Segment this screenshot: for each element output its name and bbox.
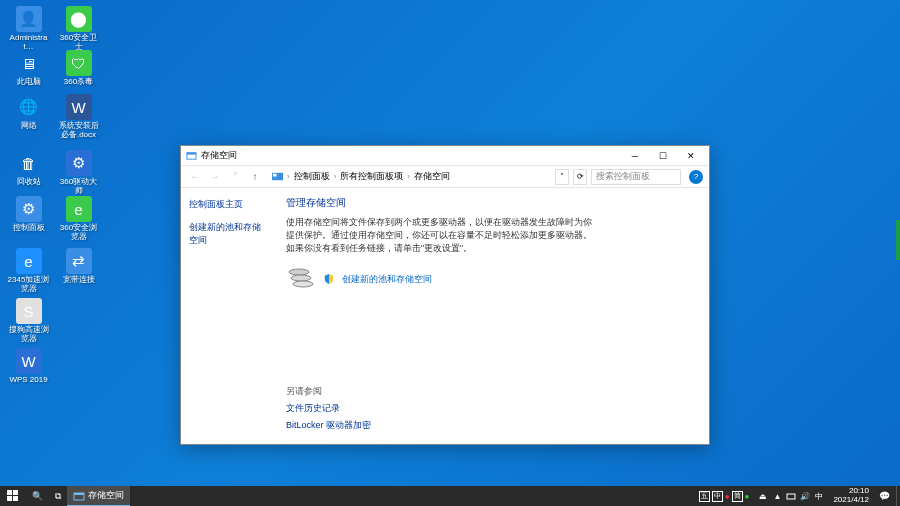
- page-description: 使用存储空间将文件保存到两个或更多驱动器，以便在驱动器发生故障时为你提供保护。通…: [286, 216, 596, 254]
- desktop-icon-glyph: ⇄: [66, 248, 92, 274]
- related-link-filehistory[interactable]: 文件历史记录: [286, 402, 371, 415]
- desktop-icon-glyph: ⚙: [66, 150, 92, 176]
- clock-date: 2021/4/12: [833, 496, 869, 505]
- side-accent-bar: [896, 220, 900, 260]
- tray-eject-icon[interactable]: ⏏: [757, 490, 769, 502]
- navbar: ← → ˅ ↑ › 控制面板 › 所有控制面板项 › 存储空间 ˅ ⟳ 搜索控制…: [181, 166, 709, 188]
- tray-overflow-icon[interactable]: ▲: [771, 490, 783, 502]
- desktop-icon[interactable]: ⚙控制面板: [6, 196, 51, 233]
- desktop-icon[interactable]: 🗑回收站: [6, 150, 51, 187]
- close-button[interactable]: ✕: [677, 147, 705, 165]
- taskbar-clock[interactable]: 20:10 2021/4/12: [829, 487, 873, 505]
- tray-network-icon[interactable]: [785, 490, 797, 502]
- desktop-icon[interactable]: 🛡360杀毒: [56, 50, 101, 87]
- svg-point-5: [291, 275, 311, 281]
- svg-point-6: [293, 281, 313, 287]
- maximize-button[interactable]: ☐: [649, 147, 677, 165]
- desktop-icon-glyph: 👤: [16, 6, 42, 32]
- window-title: 存储空间: [201, 149, 621, 162]
- tray-ime-icon[interactable]: 中: [813, 490, 825, 502]
- taskbar-app-storage[interactable]: 存储空间: [67, 486, 130, 506]
- desktop-icon[interactable]: 🌐网络: [6, 94, 51, 131]
- ime-box: 简: [732, 491, 743, 502]
- svg-rect-10: [13, 496, 18, 501]
- ime-box: 中: [712, 491, 723, 502]
- taskbar-app-label: 存储空间: [88, 489, 124, 502]
- desktop-icon[interactable]: e360安全浏览器: [56, 196, 101, 242]
- ime-dot: ●: [725, 492, 730, 501]
- desktop-icon[interactable]: ⇄宽带连接: [56, 248, 101, 285]
- svg-point-4: [289, 269, 309, 275]
- nav-recent-icon[interactable]: ˅: [227, 169, 243, 185]
- desktop-icon[interactable]: 👤Administrat…: [6, 6, 51, 52]
- minimize-button[interactable]: ─: [621, 147, 649, 165]
- sidepane: 控制面板主页 创建新的池和存储空间: [181, 188, 276, 444]
- tray-volume-icon[interactable]: 🔊: [799, 490, 811, 502]
- help-icon[interactable]: ?: [689, 170, 703, 184]
- desktop-icon-glyph: 🛡: [66, 50, 92, 76]
- app-icon: [73, 490, 85, 502]
- nav-back-icon[interactable]: ←: [187, 169, 203, 185]
- show-desktop-button[interactable]: [896, 486, 900, 506]
- sidebar-item-create[interactable]: 创建新的池和存储空间: [189, 221, 268, 247]
- taskview-icon: ⧉: [55, 491, 61, 502]
- chevron-right-icon: ›: [334, 172, 337, 181]
- svg-rect-3: [273, 174, 277, 177]
- create-pool-link[interactable]: 创建新的池和存储空间: [342, 273, 432, 286]
- sidebar-item-home[interactable]: 控制面板主页: [189, 198, 268, 211]
- desktop-icon[interactable]: e2345加速浏览器: [6, 248, 51, 294]
- nav-forward-icon[interactable]: →: [207, 169, 223, 185]
- desktop-icon-glyph: 🌐: [16, 94, 42, 120]
- desktop-icon-glyph: ⚙: [16, 196, 42, 222]
- system-tray: ⏏ ▲ 🔊 中: [753, 490, 829, 502]
- desktop-icon-label: 搜狗高速浏览器: [6, 326, 51, 344]
- related-section: 另请参阅 文件历史记录 BitLocker 驱动器加密: [286, 385, 371, 436]
- search-icon: 🔍: [32, 491, 43, 501]
- control-panel-window: 存储空间 ─ ☐ ✕ ← → ˅ ↑ › 控制面板 › 所有控制面板项 › 存储…: [180, 145, 710, 445]
- breadcrumb-dropdown[interactable]: ˅: [555, 169, 569, 185]
- chevron-right-icon: ›: [407, 172, 410, 181]
- refresh-button[interactable]: ⟳: [573, 169, 587, 185]
- desktop-icon-label: WPS 2019: [9, 376, 47, 385]
- desktop-icon-label: 控制面板: [13, 224, 45, 233]
- desktop-icon-label: 此电脑: [17, 78, 41, 87]
- breadcrumb[interactable]: › 控制面板 › 所有控制面板项 › 存储空间: [267, 169, 551, 184]
- desktop-icon[interactable]: S搜狗高速浏览器: [6, 298, 51, 344]
- ime-box: 五: [699, 491, 710, 502]
- desktop-icon-label: Administrat…: [6, 34, 51, 52]
- nav-up-icon[interactable]: ↑: [247, 169, 263, 185]
- desktop-icon[interactable]: 🖥此电脑: [6, 50, 51, 87]
- desktop-icon-label: 系统安装后必备.docx: [56, 122, 101, 140]
- chevron-right-icon: ›: [287, 172, 290, 181]
- taskview-button[interactable]: ⧉: [49, 486, 67, 506]
- ime-indicator[interactable]: 五 中 ● 简 ●: [695, 489, 754, 503]
- start-button[interactable]: [0, 486, 26, 506]
- desktop-icon[interactable]: ⬤360安全卫士: [56, 6, 101, 52]
- search-button[interactable]: 🔍: [26, 486, 49, 506]
- desktop-icon[interactable]: ⚙360驱动大师: [56, 150, 101, 196]
- desktop-icon-label: 360驱动大师: [56, 178, 101, 196]
- svg-rect-1: [186, 153, 195, 155]
- desktop-icon-label: 360杀毒: [64, 78, 93, 87]
- desktop-icon-glyph: W: [66, 94, 92, 120]
- ime-dot: ●: [745, 492, 750, 501]
- desktop-icon-glyph: e: [66, 196, 92, 222]
- related-link-bitlocker[interactable]: BitLocker 驱动器加密: [286, 419, 371, 432]
- desktop-icon[interactable]: W系统安装后必备.docx: [56, 94, 101, 140]
- search-input[interactable]: 搜索控制面板: [591, 169, 681, 185]
- breadcrumb-item[interactable]: 所有控制面板项: [340, 170, 403, 183]
- desktop-icon[interactable]: WWPS 2019: [6, 348, 51, 385]
- page-title: 管理存储空间: [286, 196, 699, 210]
- svg-rect-8: [13, 490, 18, 495]
- create-pool-action: 创建新的池和存储空间: [286, 266, 699, 292]
- notification-icon: 💬: [879, 491, 890, 501]
- action-center-button[interactable]: 💬: [873, 486, 896, 506]
- related-header: 另请参阅: [286, 385, 371, 398]
- desktop-icon-label: 360安全浏览器: [56, 224, 101, 242]
- taskbar: 🔍 ⧉ 存储空间 五 中 ● 简 ● ⏏ ▲ 🔊 中 20:10 2021/4/…: [0, 486, 900, 506]
- desktop-icon-glyph: ⬤: [66, 6, 92, 32]
- breadcrumb-item[interactable]: 存储空间: [414, 170, 450, 183]
- desktop-icon-glyph: 🗑: [16, 150, 42, 176]
- desktop-icon-glyph: S: [16, 298, 42, 324]
- breadcrumb-item[interactable]: 控制面板: [294, 170, 330, 183]
